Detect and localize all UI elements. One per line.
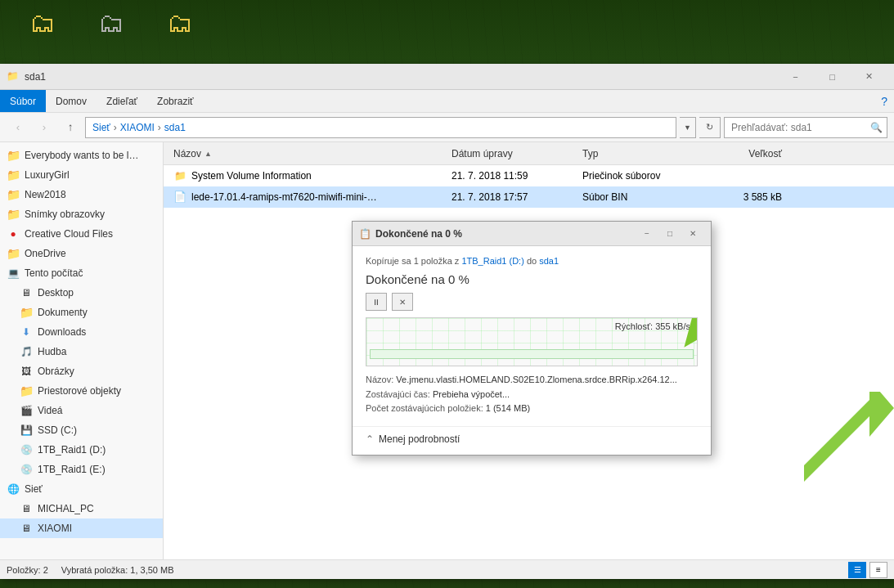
minimize-icon: − xyxy=(645,229,649,238)
sidebar-label: 1TB_Raid1 (E:) xyxy=(38,464,106,475)
sidebar-label: 1TB_Raid1 (D:) xyxy=(38,444,106,456)
file-type-cell: Súbor BIN xyxy=(576,191,707,203)
dialog-minimize-button[interactable]: − xyxy=(636,222,658,245)
window-title: sda1 xyxy=(25,71,777,83)
drive-icon: 💾 xyxy=(20,424,33,437)
speed-label: Rýchlosť: 355 kB/s xyxy=(615,321,690,331)
music-icon: 🎵 xyxy=(20,345,33,358)
sidebar-item-videa[interactable]: 🎬 Videá xyxy=(0,401,163,420)
forward-icon: › xyxy=(43,121,46,133)
sidebar-label: OneDrive xyxy=(25,248,66,259)
help-button[interactable]: ? xyxy=(881,95,887,108)
sidebar-item-raid1-e[interactable]: 💿 1TB_Raid1 (E:) xyxy=(0,460,163,479)
breadcrumb-xiaomi[interactable]: XIAOMI xyxy=(120,122,155,133)
stop-button[interactable]: ✕ xyxy=(392,293,413,311)
col-header-date[interactable]: Dátum úpravy xyxy=(445,148,576,159)
sidebar-label: Tento počítač xyxy=(25,267,83,279)
back-icon: ‹ xyxy=(16,121,20,133)
chevron-up-icon: ⌃ xyxy=(366,433,374,445)
col-header-name[interactable]: Názov ▲ xyxy=(167,148,445,159)
breadcrumb: Sieť › XIAOMI › sda1 xyxy=(92,122,186,133)
menu-domov[interactable]: Domov xyxy=(46,90,97,112)
sidebar-item-michal-pc[interactable]: 🖥 MICHAL_PC xyxy=(0,499,163,518)
sidebar-label: Everybody wants to be l… xyxy=(25,150,138,161)
items-count: Položky: 2 xyxy=(7,565,48,575)
progress-controls: ⏸ ✕ xyxy=(366,293,698,311)
sidebar-item-obrazky[interactable]: 🖼 Obrázky xyxy=(0,361,163,381)
maximize-button[interactable]: □ xyxy=(814,64,851,90)
sidebar-item-snimky[interactable]: 📁 Snímky obrazovky xyxy=(0,204,163,224)
sidebar-item-xiaomi[interactable]: 🖥 XIAOMI xyxy=(0,518,163,538)
sidebar-label: Creative Cloud Files xyxy=(25,228,113,240)
menu-zobrazit[interactable]: Zobraziť xyxy=(147,90,204,112)
sidebar-label: Downloads xyxy=(38,326,86,338)
sidebar-item-luxurygirl[interactable]: 📁 LuxuryGirl xyxy=(0,165,163,185)
search-input[interactable] xyxy=(724,117,887,138)
computer-icon: 🖥 xyxy=(20,522,33,535)
folder-icon: 📁 xyxy=(173,169,186,182)
sidebar-item-downloads[interactable]: ⬇ Downloads xyxy=(0,322,163,342)
dialog-maximize-button[interactable]: □ xyxy=(658,222,681,245)
source-link[interactable]: 1TB_Raid1 (D:) xyxy=(461,256,523,266)
sidebar-item-raid1-d[interactable]: 💿 1TB_Raid1 (D:) xyxy=(0,440,163,460)
list-view-button[interactable]: ☰ xyxy=(848,562,866,578)
folder-icon: 📁 xyxy=(20,384,33,397)
progress-main-label: Dokončené na 0 % xyxy=(366,272,698,286)
sidebar-item-siet[interactable]: 🌐 Sieť xyxy=(0,479,163,499)
refresh-button[interactable]: ↻ xyxy=(699,117,721,138)
sidebar-item-tento-pc[interactable]: 💻 Tento počítač xyxy=(0,263,163,283)
title-bar: 📁 sda1 − □ ✕ xyxy=(0,64,894,90)
menu-subor[interactable]: Súbor xyxy=(0,90,46,112)
address-bar[interactable]: Sieť › XIAOMI › sda1 xyxy=(85,117,676,138)
sidebar-item-hudba[interactable]: 🎵 Hudba xyxy=(0,342,163,361)
desktop-icon-2[interactable]: 🗂 xyxy=(85,8,137,38)
title-bar-controls: − □ ✕ xyxy=(777,64,887,90)
less-details-button[interactable]: ⌃ Menej podrobností xyxy=(366,433,460,445)
sidebar-label: Hudba xyxy=(38,346,66,357)
refresh-icon: ↻ xyxy=(706,122,713,132)
detail-view-icon: ≡ xyxy=(876,565,881,574)
table-row[interactable]: 📄 lede-17.01.4-ramips-mt7620-miwifi-mini… xyxy=(164,186,894,208)
sidebar-item-priestorove[interactable]: 📁 Priestorové objekty xyxy=(0,381,163,401)
breadcrumb-network[interactable]: Sieť xyxy=(92,122,110,133)
sidebar-label: Desktop xyxy=(38,287,74,298)
pause-button[interactable]: ⏸ xyxy=(366,293,387,311)
file-name-cell: 📁 System Volume Information xyxy=(167,169,445,182)
sidebar-item-new2018[interactable]: 📁 New2018 xyxy=(0,185,163,204)
up-button[interactable]: ↑ xyxy=(59,116,82,139)
dialog-close-button[interactable]: ✕ xyxy=(681,222,704,245)
back-button[interactable]: ‹ xyxy=(7,116,29,139)
minimize-button[interactable]: − xyxy=(777,64,814,90)
sidebar-item-desktop[interactable]: 🖥 Desktop xyxy=(0,283,163,303)
folder-icon: 📁 xyxy=(7,188,20,201)
sidebar-item-ssd-c[interactable]: 💾 SSD (C:) xyxy=(0,420,163,440)
folder-icon: 🗂 xyxy=(98,8,124,38)
sidebar-item-dokumenty[interactable]: 📁 Dokumenty xyxy=(0,303,163,322)
remaining-time-info: Zostávajúci čas: Prebieha výpočet... xyxy=(366,388,698,402)
close-icon: ✕ xyxy=(690,229,696,238)
progress-area: Rýchlosť: 355 kB/s xyxy=(366,317,698,366)
menu-zdielat[interactable]: Zdieľať xyxy=(97,90,147,112)
detail-view-button[interactable]: ≡ xyxy=(869,562,887,578)
sidebar-item-everybody[interactable]: 📁 Everybody wants to be l… xyxy=(0,146,163,165)
table-row[interactable]: 📁 System Volume Information 21. 7. 2018 … xyxy=(164,165,894,186)
computer-icon: 🖥 xyxy=(20,502,33,515)
col-header-size[interactable]: Veľkosť xyxy=(707,148,788,159)
sidebar-item-cc[interactable]: ● Creative Cloud Files xyxy=(0,224,163,244)
desktop-icon-1[interactable]: 🗂 xyxy=(16,8,69,38)
sidebar-label: Sieť xyxy=(25,483,43,495)
sidebar-item-onedrive[interactable]: 📁 OneDrive xyxy=(0,244,163,263)
desktop-icon-3[interactable]: 🗂 xyxy=(154,8,206,38)
address-dropdown-button[interactable]: ▼ xyxy=(680,117,696,138)
close-button[interactable]: ✕ xyxy=(851,64,887,90)
folder-icon: 🗂 xyxy=(29,8,56,38)
sort-arrow-icon: ▲ xyxy=(204,150,212,158)
col-header-type[interactable]: Typ xyxy=(576,148,707,159)
forward-button[interactable]: › xyxy=(33,116,56,139)
file-name-cell: 📄 lede-17.01.4-ramips-mt7620-miwifi-mini… xyxy=(167,191,445,204)
dialog-icon: 📋 xyxy=(359,228,371,240)
cc-icon: ● xyxy=(7,227,20,240)
maximize-icon: □ xyxy=(667,229,672,238)
dest-link[interactable]: sda1 xyxy=(539,256,559,266)
breadcrumb-sda1[interactable]: sda1 xyxy=(164,122,186,133)
